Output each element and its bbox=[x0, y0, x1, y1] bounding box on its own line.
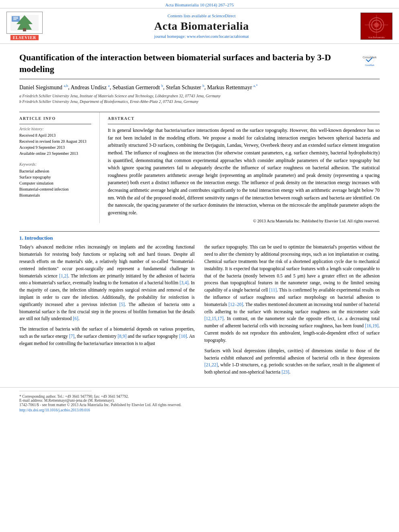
elsevier-brand: ELSEVIER bbox=[10, 35, 39, 40]
history-label: Article history: bbox=[19, 127, 91, 131]
sciencedirect-link[interactable]: ScienceDirect bbox=[212, 14, 236, 18]
keywords-label: Keywords: bbox=[19, 162, 91, 166]
article-info-label: ARTICLE INFO bbox=[19, 116, 91, 121]
article-title-section: Quantification of the interaction betwee… bbox=[19, 44, 380, 79]
abstract-divider bbox=[108, 124, 380, 124]
keywords-section: Keywords: Bacterial adhesion Surface top… bbox=[19, 162, 91, 198]
accepted-date: Accepted 9 September 2013 bbox=[19, 145, 91, 150]
journal-center-info: Contents lists available at ScienceDirec… bbox=[43, 14, 360, 39]
journal-title: Acta Biomaterialia bbox=[43, 20, 360, 33]
intro-left-col: Today's advanced medicine relies increas… bbox=[19, 244, 195, 379]
svg-text:CrossMark: CrossMark bbox=[363, 55, 377, 59]
intro-right-col: the surface topography. This can be used… bbox=[204, 244, 380, 379]
page-footer: * Corresponding author. Tel.: +49 3641 9… bbox=[0, 387, 399, 417]
available-date: Available online 23 September 2013 bbox=[19, 151, 91, 156]
journal-homepage: journal homepage: www.elsevier.com/locat… bbox=[43, 34, 360, 39]
svg-rect-4 bbox=[13, 17, 18, 18]
svg-rect-6 bbox=[13, 19, 16, 20]
intro-heading: 1. Introduction bbox=[19, 235, 380, 241]
intro-right-para-1: the surface topography. This can be used… bbox=[204, 244, 380, 344]
top-banner: Acta Biomaterialia 10 (2014) 267–275 bbox=[0, 0, 399, 8]
journal-citation: Acta Biomaterialia 10 (2014) 267–275 bbox=[165, 2, 234, 7]
article-info-column: ARTICLE INFO Article history: Received 8… bbox=[19, 112, 100, 223]
intro-title: Introduction bbox=[25, 235, 53, 241]
crossmark-icon: CrossMark CrossMark bbox=[362, 54, 378, 70]
page: Acta Biomaterialia 10 (2014) 267–275 bbox=[0, 0, 399, 417]
intro-columns: Today's advanced medicine relies increas… bbox=[19, 244, 380, 379]
journal-header: ELSEVIER Contents lists available at Sci… bbox=[0, 8, 399, 44]
doi-link[interactable]: http://dx.doi.org/10.1016/j.actbio.2013.… bbox=[19, 408, 380, 413]
received-revised-date: Received in revised form 20 August 2013 bbox=[19, 139, 91, 144]
abstract-column: ABSTRACT It is general knowledge that ba… bbox=[100, 112, 380, 223]
keyword-5: Biomaterials bbox=[19, 192, 91, 198]
main-content: Quantification of the interaction betwee… bbox=[0, 44, 399, 379]
abstract-label: ABSTRACT bbox=[108, 116, 380, 121]
author-names: Daniel Siegismund a,b, Andreas Undisz a,… bbox=[19, 83, 380, 92]
affiliation-a: a Friedrich Schiller University Jena, In… bbox=[19, 93, 380, 99]
footnote-section: * Corresponding author. Tel.: +49 3641 9… bbox=[19, 394, 380, 403]
journal-cover-svg: Acta Biomaterialia bbox=[361, 13, 392, 39]
footnote-divider bbox=[19, 391, 92, 391]
keyword-2: Surface topography bbox=[19, 174, 91, 180]
svg-rect-2 bbox=[23, 28, 26, 31]
contents-available: Contents lists available at ScienceDirec… bbox=[43, 14, 360, 18]
keyword-1: Bacterial adhesion bbox=[19, 168, 91, 174]
article-info-abstract: ARTICLE INFO Article history: Received 8… bbox=[19, 112, 380, 223]
received-date: Received 8 April 2013 bbox=[19, 133, 91, 138]
intro-para-2: The interaction of bacteria with the sur… bbox=[19, 326, 195, 347]
introduction-section: 1. Introduction Today's advanced medicin… bbox=[19, 231, 380, 379]
svg-text:Acta Biomaterialia: Acta Biomaterialia bbox=[368, 36, 385, 39]
abstract-text: It is general knowledge that bacteria/su… bbox=[108, 127, 380, 216]
keyword-4: Biomaterial-centered infection bbox=[19, 186, 91, 192]
crossmark-badge: CrossMark CrossMark bbox=[360, 52, 380, 72]
footnote-email: E-mail address: M.Rettenmayr@uni-jena.de… bbox=[19, 398, 380, 403]
intro-number: 1. bbox=[19, 235, 23, 241]
svg-rect-5 bbox=[13, 18, 18, 19]
article-info-divider bbox=[19, 124, 91, 124]
elsevier-tree-icon bbox=[8, 13, 41, 33]
footnote-corresponding: * Corresponding author. Tel.: +49 3641 9… bbox=[19, 394, 380, 398]
elsevier-logo-box bbox=[6, 12, 43, 34]
affiliations: a Friedrich Schiller University Jena, In… bbox=[19, 93, 380, 105]
intro-para-1: Today's advanced medicine relies increas… bbox=[19, 244, 195, 322]
authors-section: Daniel Siegismund a,b, Andreas Undisz a,… bbox=[19, 79, 380, 107]
affiliation-b: b Friedrich Schiller University Jena, De… bbox=[19, 99, 380, 105]
journal-cover-image: Acta Biomaterialia bbox=[360, 12, 393, 40]
svg-text:CrossMark: CrossMark bbox=[365, 64, 374, 66]
article-title: Quantification of the interaction betwee… bbox=[19, 52, 360, 75]
intro-right-para-2: Surfaces with local depressions (dimples… bbox=[204, 347, 380, 376]
footer-issn: 1742-7061/$ - see front matter © 2013 Ac… bbox=[19, 403, 380, 413]
copyright: © 2013 Acta Materialia Inc. Published by… bbox=[108, 219, 380, 223]
elsevier-logo: ELSEVIER bbox=[6, 12, 43, 40]
keyword-3: Computer simulation bbox=[19, 180, 91, 186]
